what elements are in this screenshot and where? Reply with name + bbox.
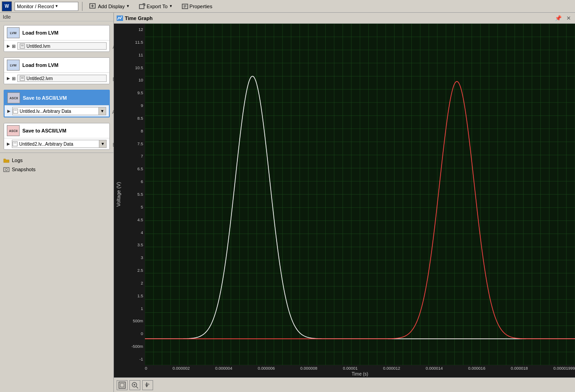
y-tick: 7.5	[125, 142, 143, 146]
lvm-icon-1: LVM	[7, 27, 20, 38]
y-tick: 10.5	[125, 66, 143, 70]
y-tick: 6.5	[125, 167, 143, 171]
file-icon-4	[12, 141, 18, 147]
file-name-2: Untitled2.lvm	[26, 76, 53, 81]
play-icon-4[interactable]: ▶	[7, 142, 10, 146]
graph-area: Voltage (V) 1211.51110.5109.598.587.576.…	[114, 24, 575, 365]
x-axis-spacer	[114, 365, 145, 372]
add-display-icon	[89, 3, 97, 10]
svg-rect-16	[13, 109, 18, 113]
svg-rect-18	[13, 142, 17, 146]
graph-bottom-toolbar	[114, 377, 575, 392]
svg-rect-20	[4, 168, 9, 172]
file-display-2: Untitled2.lvm	[17, 75, 107, 82]
toolbar-separator-1	[82, 2, 82, 11]
x-axis-row: 00.0000020.0000040.0000060.0000080.00001…	[114, 365, 575, 372]
zoom-in-icon	[131, 382, 139, 389]
file-display-1: Untitled.lvm	[17, 42, 107, 50]
block-body-1: ▶ ⊞ Untitled.lvm	[4, 41, 109, 51]
add-display-label: Add Display	[98, 4, 125, 9]
properties-button[interactable]: Properties	[179, 1, 216, 11]
snapshots-label: Snapshots	[12, 167, 36, 172]
y-tick: 2.5	[125, 268, 143, 273]
y-tick: 7	[125, 154, 143, 158]
ascii-icon-1: ASCII	[7, 92, 20, 103]
monitor-dropdown[interactable]: Monitor / Record ▼	[15, 2, 78, 11]
graph-controls: 📌 ✕	[554, 15, 572, 21]
file-icon-1	[20, 43, 25, 49]
block-header-2: LVM Load from LVM	[4, 58, 109, 73]
y-tick: 11.5	[125, 40, 143, 45]
x-tick: 0.000008	[300, 366, 318, 371]
block-title-3: Save to ASCII/LVM	[23, 95, 67, 101]
snapshot-icon	[3, 166, 10, 173]
right-panel: Time Graph 📌 ✕ Voltage (V) 1211.51110.51…	[114, 13, 575, 392]
y-tick: 4	[125, 230, 143, 235]
y-tick: -1	[125, 357, 143, 361]
export-to-button[interactable]: Export To ▼	[136, 1, 176, 11]
svg-point-21	[5, 168, 8, 171]
tree-item-snapshots[interactable]: Snapshots	[3, 165, 111, 174]
file-dropdown-arrow-4[interactable]: ▼	[99, 140, 106, 148]
file-name-3: Untitled.lv...Arbitrary Data	[18, 108, 98, 114]
close-icon[interactable]: ✕	[565, 15, 572, 21]
svg-rect-3	[139, 5, 144, 9]
x-tick: 0	[145, 366, 147, 371]
zoom-in-button[interactable]	[129, 380, 140, 390]
file-select-3[interactable]: Untitled.lv...Arbitrary Data ▼	[12, 107, 106, 115]
y-tick: 11	[125, 53, 143, 57]
svg-line-28	[136, 387, 138, 388]
main-toolbar: W Monitor / Record ▼ Add Display ▼ Expor…	[0, 0, 575, 13]
y-tick: 1	[125, 306, 143, 311]
x-tick: 0.000012	[383, 366, 400, 371]
block-load-lvm-1: LVM Load from LVM ▶ ⊞ Untitled.lvm A	[4, 25, 110, 52]
play-icon-1[interactable]: ▶	[7, 44, 10, 48]
play-icon-2[interactable]: ▶	[7, 76, 10, 81]
x-tick: 0.000002	[173, 366, 190, 371]
y-axis-label-text: Voltage (V)	[116, 182, 121, 207]
expand-icon-2[interactable]: ⊞	[12, 76, 15, 81]
svg-rect-23	[119, 382, 125, 388]
y-tick: 3.5	[125, 243, 143, 247]
left-panel: Idle LVM Load from LVM ▶ ⊞ Unti	[0, 13, 114, 392]
block-title-2: Load from LVM	[22, 62, 58, 68]
tree-item-logs[interactable]: Logs	[3, 156, 111, 165]
file-name-4: Untitled2.lv...Arbitrary Data	[18, 141, 99, 147]
tree-panel: Logs Snapshots	[0, 153, 113, 392]
y-axis-label: Voltage (V)	[114, 24, 123, 365]
main-area: Idle LVM Load from LVM ▶ ⊞ Unti	[0, 13, 575, 392]
graph-title-group: Time Graph	[117, 15, 153, 21]
file-icon-2	[20, 76, 25, 81]
graph-canvas	[145, 24, 575, 365]
status-bar: Idle	[0, 13, 113, 21]
file-select-4[interactable]: Untitled2.lv...Arbitrary Data ▼	[12, 140, 107, 148]
block-body-4: ▶ Untitled2.lv...Arbitrary Data ▼	[4, 138, 109, 149]
block-load-lvm-2: LVM Load from LVM ▶ ⊞ Untitled2.lvm B	[4, 57, 110, 84]
pin-icon[interactable]: 📌	[554, 15, 563, 21]
pan-button[interactable]	[142, 380, 153, 390]
block-save-ascii-1: ASCII Save to ASCII/LVM ▶ Untitled.lv...…	[4, 90, 110, 117]
y-tick: 8.5	[125, 116, 143, 121]
x-tick: 0.000018	[511, 366, 528, 371]
properties-icon	[182, 3, 188, 10]
y-tick: 5.5	[125, 192, 143, 197]
play-icon-3[interactable]: ▶	[7, 109, 10, 113]
x-axis-label-spacer	[114, 372, 145, 377]
file-dropdown-arrow-3[interactable]: ▼	[98, 107, 106, 115]
zoom-fit-button[interactable]	[117, 380, 128, 390]
block-header-3: ASCII Save to ASCII/LVM	[5, 91, 109, 106]
pan-icon	[144, 382, 151, 389]
svg-rect-24	[120, 383, 124, 387]
y-tick: 10	[125, 78, 143, 82]
x-axis-label-row: Time (s)	[114, 372, 575, 377]
add-display-button[interactable]: Add Display ▼	[86, 1, 133, 11]
y-tick: 5	[125, 205, 143, 209]
expand-icon-1[interactable]: ⊞	[12, 44, 15, 49]
export-arrow-icon: ▼	[169, 4, 173, 8]
chevron-down-icon: ▼	[55, 4, 58, 8]
x-axis-label-text: Time (s)	[145, 372, 575, 377]
ascii-icon-2: ASCII	[7, 125, 20, 136]
y-tick: 9.5	[125, 91, 143, 95]
y-tick: 4.5	[125, 218, 143, 222]
y-tick: 0	[125, 331, 143, 336]
